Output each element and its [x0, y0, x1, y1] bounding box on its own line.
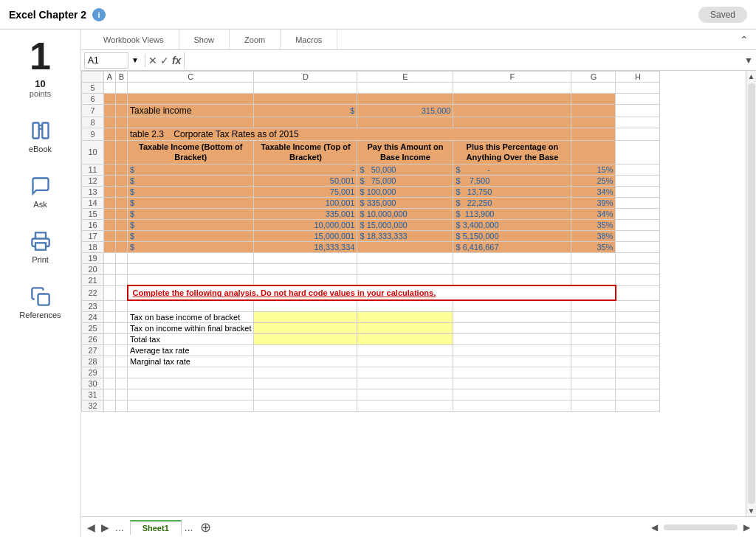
row-num-14: 14	[82, 197, 104, 208]
workbook-views-label: Workbook Views	[103, 35, 164, 44]
row-num-19: 19	[82, 252, 104, 263]
table-row: 25 Tax on income within final bracket	[82, 322, 660, 333]
table-row: 10 Taxable Income (Bottom of Bracket) Ta…	[82, 141, 660, 164]
vertical-scrollbar[interactable]: ▲ ▼	[746, 71, 756, 516]
row-num-24: 24	[82, 311, 104, 322]
sheet-add-button[interactable]: ⊕	[197, 519, 214, 536]
scroll-up-button[interactable]: ▲	[748, 71, 755, 82]
table-row: 29	[82, 367, 660, 378]
table-row: 12 $ 50,001 $ 75,000 $ 7,500 25%	[82, 175, 660, 186]
sidebar-item-references[interactable]: References	[11, 280, 70, 324]
row-num-8: 8	[82, 117, 104, 128]
main-layout: 1 10 points eBook Ask	[0, 30, 756, 537]
table-row: 28 Marginal tax rate	[82, 356, 660, 367]
topbar: Excel Chapter 2 i Saved	[0, 0, 756, 30]
scroll-track	[748, 83, 755, 504]
ribbon-collapse-button[interactable]: ⌃	[740, 34, 749, 46]
ask-label: Ask	[33, 200, 47, 209]
sheet-ellipsis-right[interactable]: ...	[182, 522, 196, 533]
svg-rect-0	[32, 123, 38, 139]
sidebar: 1 10 points eBook Ask	[0, 30, 81, 537]
table-row: 14 $ 100,001 $ 335,000 $ 22,250 39%	[82, 197, 660, 208]
points-value: 10	[35, 78, 45, 89]
saved-badge: Saved	[698, 7, 747, 23]
table-row: 19	[82, 252, 660, 263]
ribbon: Workbook Views Show Zoom Macros ⌃	[81, 30, 756, 50]
table-row: 16 $ 10,000,001 $ 15,000,000 $ 3,400,000…	[82, 219, 660, 230]
table-row: 20	[82, 263, 660, 274]
table-row: 11 $ - $ 50,000 $ - 15%	[82, 164, 660, 175]
chat-icon	[29, 174, 52, 198]
spreadsheet-grid: A B C D E F G H	[81, 71, 660, 412]
col-header-h: H	[616, 72, 660, 83]
row-num-5: 5	[82, 83, 104, 94]
row-num-16: 16	[82, 219, 104, 230]
row-num-21: 21	[82, 274, 104, 285]
table-row: 8	[82, 117, 660, 128]
formula-buttons: ✕ ✓ fx	[148, 55, 181, 66]
table-row: 31	[82, 389, 660, 400]
points-label: points	[30, 89, 51, 98]
ribbon-zoom: Zoom	[230, 30, 281, 49]
row-num-22: 22	[82, 285, 104, 300]
table-row: 23	[82, 300, 660, 311]
formula-input[interactable]	[184, 52, 744, 69]
sidebar-item-ask[interactable]: Ask	[11, 170, 70, 213]
ebook-label: eBook	[29, 145, 52, 153]
sidebar-item-print[interactable]: Print	[11, 225, 70, 268]
table-row: 7 Taxable income $ 315,000	[82, 105, 660, 117]
book-icon	[29, 119, 52, 142]
app-title: Excel Chapter 2	[9, 9, 86, 21]
grid-area[interactable]: A B C D E F G H	[81, 71, 746, 516]
table-row: 6	[82, 94, 660, 105]
formula-expand-button[interactable]: ▼	[744, 55, 753, 66]
zoom-label: Zoom	[244, 35, 265, 44]
row-num-6: 6	[82, 94, 104, 105]
col-header-c: C	[128, 72, 254, 83]
formula-confirm-button[interactable]: ✓	[160, 55, 169, 66]
formula-fx-button[interactable]: fx	[172, 55, 181, 66]
formula-divider-line	[145, 54, 145, 67]
row-num-31: 31	[82, 389, 104, 400]
svg-rect-1	[42, 123, 48, 139]
row-num-12: 12	[82, 175, 104, 186]
ribbon-show: Show	[179, 30, 230, 49]
cell-ref-dropdown[interactable]: ▼	[131, 56, 139, 64]
table-row: 30	[82, 378, 660, 389]
svg-rect-5	[38, 294, 49, 305]
table-row: 17 $ 15,000,001 $ 18,333,333 $ 5,150,000…	[82, 230, 660, 241]
formula-cancel-button[interactable]: ✕	[148, 55, 157, 66]
spreadsheet: A B C D E F G H	[81, 71, 756, 537]
row-num-26: 26	[82, 333, 104, 344]
sheet-nav-left[interactable]: ◀	[84, 522, 98, 533]
row-num-28: 28	[82, 356, 104, 367]
row-num-23: 23	[82, 300, 104, 311]
references-label: References	[19, 311, 61, 319]
sheet-tab-sheet1[interactable]: Sheet1	[130, 520, 182, 535]
scroll-left-button[interactable]: ◀	[648, 521, 661, 534]
info-icon[interactable]: i	[92, 8, 106, 21]
row-num-25: 25	[82, 322, 104, 333]
sheet-ellipsis-left[interactable]: ...	[112, 522, 127, 533]
print-label: Print	[32, 255, 49, 264]
row-num-11: 11	[82, 164, 104, 175]
cell-reference-input[interactable]	[84, 52, 128, 69]
row-num-7: 7	[82, 105, 104, 117]
table-row: 18 $ 18,333,334 $ 6,416,667 35%	[82, 241, 660, 252]
scroll-down-button[interactable]: ▼	[748, 505, 755, 516]
scroll-right-button[interactable]: ▶	[740, 521, 753, 534]
formula-bar: ▼ ✕ ✓ fx ▼	[81, 50, 756, 71]
content-area: Workbook Views Show Zoom Macros ⌃ ▼ ✕ ✓ …	[81, 30, 756, 537]
table-row: 5	[82, 83, 660, 94]
instruction-text: Complete the following analysis. Do not …	[133, 288, 436, 297]
row-num-32: 32	[82, 400, 104, 411]
col-header-d: D	[254, 72, 357, 83]
sheet-nav-right[interactable]: ▶	[98, 522, 112, 533]
table-row: 13 $ 75,001 $ 100,000 $ 13,750 34%	[82, 186, 660, 197]
col-header-f: F	[453, 72, 571, 83]
scroll-bar-handle[interactable]	[664, 524, 738, 530]
row-num-27: 27	[82, 344, 104, 356]
ribbon-workbook-views: Workbook Views	[89, 30, 179, 49]
sidebar-item-ebook[interactable]: eBook	[11, 114, 70, 158]
row-num-20: 20	[82, 263, 104, 274]
